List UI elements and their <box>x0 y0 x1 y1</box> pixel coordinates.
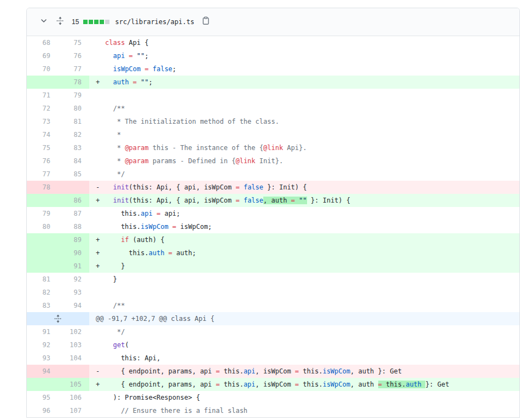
line-number-new[interactable]: 104 <box>58 352 89 365</box>
line-number-old[interactable] <box>27 233 58 246</box>
diff-line-ctx: 7381 * The initialization method of the … <box>27 115 519 128</box>
code-line: this.isWpCom = isWpCom; <box>89 220 519 233</box>
line-number-new[interactable]: 78 <box>58 76 89 89</box>
code-line: * @param params - Defined in {@link Init… <box>89 154 519 168</box>
line-number-new[interactable]: 91 <box>58 260 89 273</box>
code-line: * The initialization method of the class… <box>89 115 519 128</box>
code-line: * @param this - The instance of the {@li… <box>89 141 519 154</box>
line-number-new[interactable]: 103 <box>58 338 89 352</box>
diff-line-ctx: 7785 */ <box>27 168 519 181</box>
line-number-new[interactable] <box>58 365 89 378</box>
diff-marker <box>96 299 105 312</box>
diffstat-block-neutral <box>105 20 109 24</box>
diffstat-block-added <box>89 20 93 24</box>
line-number-new[interactable]: 84 <box>58 154 89 168</box>
line-number-new[interactable]: 93 <box>58 286 89 299</box>
line-number-old[interactable]: 71 <box>27 89 58 102</box>
line-number-old[interactable]: 72 <box>27 102 58 115</box>
diff-marker <box>96 115 105 128</box>
line-number-old[interactable]: 75 <box>27 141 58 154</box>
line-number-new[interactable]: 107 <box>58 404 89 417</box>
line-number-new[interactable]: 87 <box>58 207 89 220</box>
code-line: this.api = api; <box>89 207 519 220</box>
line-number-new[interactable]: 89 <box>58 233 89 246</box>
diff-line-del: 94- { endpoint, params, api = this.api, … <box>27 365 519 378</box>
copy-path-button[interactable] <box>201 17 211 27</box>
diff-line-ctx: 7077 isWpCom = false; <box>27 62 519 76</box>
diff-marker: + <box>96 260 105 273</box>
line-number-old[interactable]: 78 <box>27 181 58 194</box>
line-number-old[interactable]: 82 <box>27 286 58 299</box>
line-number-old[interactable]: 74 <box>27 128 58 141</box>
line-number-new[interactable]: 77 <box>58 62 89 76</box>
expand-all-button[interactable] <box>55 17 65 27</box>
line-number-old[interactable]: 94 <box>27 365 58 378</box>
line-number-old[interactable] <box>27 194 58 207</box>
unfold-icon <box>56 16 65 27</box>
collapse-file-button[interactable] <box>39 17 49 27</box>
code-line: get( <box>89 338 519 352</box>
line-number-new[interactable]: 106 <box>58 391 89 404</box>
line-number-new[interactable]: 86 <box>58 194 89 207</box>
code-line: */ <box>89 325 519 338</box>
line-number-new[interactable]: 85 <box>58 168 89 181</box>
diff-line-ctx: 7280 /** <box>27 102 519 115</box>
diff-marker <box>96 286 105 299</box>
diff-line-ctx: 7583 * @param this - The instance of the… <box>27 141 519 154</box>
line-number-old[interactable]: 79 <box>27 207 58 220</box>
code-line: /** <box>89 299 519 312</box>
line-number-new[interactable]: 80 <box>58 102 89 115</box>
line-number-old[interactable] <box>27 246 58 260</box>
line-number-old[interactable] <box>27 76 58 89</box>
diff-marker: + <box>96 233 105 246</box>
line-number-new[interactable]: 76 <box>58 49 89 62</box>
diff-marker <box>96 49 105 62</box>
line-number-new[interactable]: 81 <box>58 115 89 128</box>
line-number-new[interactable] <box>58 181 89 194</box>
line-number-new[interactable]: 102 <box>58 325 89 338</box>
diff-line-add: 86+ init(this: Api, { api, isWpCom = fal… <box>27 194 519 207</box>
code-line: // Ensure there is a final slash <box>89 404 519 417</box>
line-number-old[interactable] <box>27 260 58 273</box>
diff-rows: 6875 class Api {6976 api = "";7077 isWpC… <box>27 36 519 417</box>
line-number-old[interactable]: 93 <box>27 352 58 365</box>
line-number-old[interactable]: 81 <box>27 273 58 286</box>
line-number-new[interactable]: 88 <box>58 220 89 233</box>
code-line: + auth = ""; <box>89 76 519 89</box>
code-line <box>89 89 519 102</box>
line-number-old[interactable]: 77 <box>27 168 58 181</box>
diff-line-ctx: 8192 } <box>27 273 519 286</box>
line-number-old[interactable]: 68 <box>27 36 58 49</box>
expand-hunk-button[interactable] <box>27 312 89 325</box>
unfold-icon <box>54 314 62 323</box>
diff-line-add: 89+ if (auth) { <box>27 233 519 246</box>
line-number-old[interactable]: 80 <box>27 220 58 233</box>
line-number-old[interactable]: 91 <box>27 325 58 338</box>
line-number-old[interactable]: 96 <box>27 404 58 417</box>
diff-line-ctx: 93104 this: Api, <box>27 352 519 365</box>
line-number-new[interactable]: 83 <box>58 141 89 154</box>
line-number-old[interactable]: 83 <box>27 299 58 312</box>
line-number-old[interactable]: 73 <box>27 115 58 128</box>
line-number-new[interactable]: 82 <box>58 128 89 141</box>
line-number-new[interactable]: 90 <box>58 246 89 260</box>
diff-marker <box>96 89 105 102</box>
diff-line-add: 91+ } <box>27 260 519 273</box>
hunk-header-row: @@ -91,7 +102,7 @@ class Api { <box>27 312 519 325</box>
line-number-new[interactable]: 79 <box>58 89 89 102</box>
file-name-link[interactable]: src/libraries/api.ts <box>115 18 194 26</box>
line-number-old[interactable]: 76 <box>27 154 58 168</box>
line-number-old[interactable]: 70 <box>27 62 58 76</box>
line-number-old[interactable] <box>27 378 58 391</box>
line-number-new[interactable]: 94 <box>58 299 89 312</box>
line-number-new[interactable]: 92 <box>58 273 89 286</box>
code-line: - init(this: Api, { api, isWpCom = false… <box>89 181 519 194</box>
line-number-new[interactable]: 105 <box>58 378 89 391</box>
diff-marker <box>96 102 105 115</box>
line-number-old[interactable]: 95 <box>27 391 58 404</box>
line-number-new[interactable]: 75 <box>58 36 89 49</box>
diff-marker: - <box>96 365 105 378</box>
line-number-old[interactable]: 69 <box>27 49 58 62</box>
line-number-old[interactable]: 92 <box>27 338 58 352</box>
diff-line-ctx: 6875 class Api { <box>27 36 519 49</box>
